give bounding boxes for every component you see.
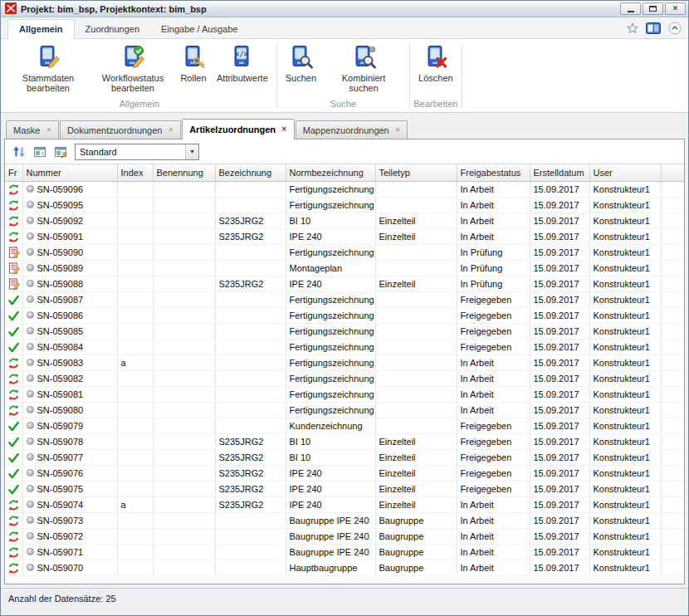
close-button[interactable]: ✕ [665, 2, 686, 15]
part-icon [27, 201, 34, 208]
table-row[interactable]: SN-059096FertigungszeichnungIn Arbeit15.… [5, 182, 684, 198]
norm-cell: Baugruppe IPE 240 [286, 513, 375, 529]
datum-cell: 15.09.2017 [530, 418, 589, 434]
doc-tab-artikelzuordnungen[interactable]: Artikelzuordnungen✕ [182, 119, 295, 139]
result-list-icon[interactable] [30, 143, 49, 161]
table-row[interactable]: SN-059080FertigungszeichnungIn Arbeit15.… [5, 403, 684, 418]
table-row[interactable]: SN-059083aFertigungszeichnungIn Arbeit15… [5, 355, 684, 371]
window-frame-bottom [1, 609, 688, 615]
table-row[interactable]: SN-059088S235JRG2IPE 240EinzelteilIn Prü… [5, 276, 684, 292]
status-cell [5, 308, 22, 324]
nummer-cell: SN-059073 [22, 513, 117, 529]
chevron-down-icon[interactable]: ▼ [185, 144, 198, 159]
ribbon-group-suche: SuchenKombiniert suchenSuche [279, 40, 408, 112]
column-header-benennung[interactable]: Benennung [153, 164, 215, 182]
table-row[interactable]: SN-059087FertigungszeichnungFreigegeben1… [5, 292, 684, 308]
filler-cell [661, 513, 684, 529]
user-cell: Konstrukteur1 [589, 308, 661, 324]
filler-cell [661, 450, 684, 466]
ribbon-tab-eingabe-ausgabe[interactable]: Eingabe / Ausgabe [150, 20, 248, 38]
table-row[interactable]: SN-059074aS235JRG2IPE 240EinzelteilIn Ar… [5, 497, 684, 513]
column-header-user[interactable]: User [589, 164, 661, 182]
status-cell [5, 340, 22, 355]
column-header-nummer[interactable]: Nummer [22, 164, 117, 182]
minimize-button[interactable] [620, 2, 641, 15]
search-icon [287, 44, 314, 71]
user-cell: Konstrukteur1 [589, 371, 661, 387]
in-arbeit-icon [7, 404, 20, 417]
ribbon-group-allgemein: Stammdaten bearbeitenWorkflowstatus bear… [4, 40, 275, 112]
column-header-norm[interactable]: Normbezeichnung [286, 164, 375, 182]
table-row[interactable]: SN-059076S235JRG2IPE 240EinzelteilFreige… [5, 466, 684, 482]
kombiniert-suchen-button[interactable]: Kombiniert suchen [322, 42, 405, 95]
table-row[interactable]: SN-059085FertigungszeichnungFreigegeben1… [5, 324, 684, 340]
table-row[interactable]: SN-059072Baugruppe IPE 240BaugruppeIn Ar… [5, 529, 684, 545]
close-tab-icon[interactable]: ✕ [46, 127, 51, 134]
table-row[interactable]: SN-059082FertigungszeichnungIn Arbeit15.… [5, 371, 684, 387]
nummer-text: SN-059079 [37, 421, 84, 431]
bezeichnung-cell: S235JRG2 [215, 450, 286, 466]
teiletyp-cell [375, 355, 457, 371]
table-row[interactable]: SN-059071Baugruppe IPE 240BaugruppeIn Ar… [5, 545, 684, 560]
column-header-bezeichnung[interactable]: Bezeichnung [215, 164, 286, 182]
collapse-ribbon-icon[interactable] [668, 22, 682, 35]
doc-tab-mappenzuordnungen[interactable]: Mappenzuordnungen✕ [296, 120, 408, 139]
table-row[interactable]: SN-059070HauptbaugruppeBaugruppeIn Arbei… [5, 560, 684, 576]
workflowstatus-bearbeiten-button[interactable]: Workflowstatus bearbeiten [91, 42, 174, 95]
suchen-button[interactable]: Suchen [281, 42, 320, 85]
ribbon-tab-allgemein[interactable]: Allgemein [7, 19, 75, 39]
table-row[interactable]: SN-059095FertigungszeichnungIn Arbeit15.… [5, 198, 684, 213]
freigabe-cell: In Arbeit [457, 213, 530, 229]
in-pruefung-icon [7, 247, 20, 259]
attribute-values-icon: </> [229, 44, 256, 71]
in-arbeit-icon [7, 215, 20, 227]
nummer-text: SN-059078 [37, 437, 84, 447]
close-tab-icon[interactable]: ✕ [168, 127, 173, 134]
table-row[interactable]: SN-059075S235JRG2IPE 240EinzelteilFreige… [5, 482, 684, 497]
button-label: Löschen [418, 73, 453, 83]
nummer-cell: SN-059091 [22, 229, 117, 245]
close-tab-icon[interactable]: ✕ [281, 126, 287, 133]
doc-tab-dokumentzuordnungen[interactable]: Dokumentzuordnungen✕ [60, 120, 181, 139]
user-cell: Konstrukteur1 [589, 182, 661, 198]
in-arbeit-icon [7, 183, 20, 196]
rollen-button[interactable]: Rollen [176, 42, 211, 85]
nummer-cell: SN-059085 [22, 324, 117, 340]
table-row[interactable]: SN-059089MontageplanIn Prüfung15.09.2017… [5, 261, 684, 276]
in-arbeit-icon [7, 357, 20, 369]
table-row[interactable]: SN-059073Baugruppe IPE 240BaugruppeIn Ar… [5, 513, 684, 529]
table-row[interactable]: SN-059077S235JRG2BI 10EinzelteilFreigege… [5, 450, 684, 466]
configure-result-list-icon[interactable] [51, 143, 70, 161]
favorite-star-icon[interactable] [627, 22, 638, 34]
table-row[interactable]: SN-059079KundenzeichnungFreigegeben15.09… [5, 418, 684, 434]
result-list-view-dropdown[interactable]: Standard ▼ [75, 144, 199, 160]
benennung-cell [153, 292, 215, 308]
loeschen-button[interactable]: Löschen [414, 42, 457, 85]
table-row[interactable]: SN-059084FertigungszeichnungFreigegeben1… [5, 340, 684, 355]
refresh-icon[interactable] [9, 143, 28, 161]
column-header-datum[interactable]: Erstelldatum [530, 164, 589, 182]
app-badge-icon[interactable] [646, 22, 661, 34]
stammdaten-bearbeiten-button[interactable]: Stammdaten bearbeiten [7, 42, 90, 95]
close-tab-icon[interactable]: ✕ [395, 127, 401, 134]
table-row[interactable]: SN-059091S235JRG2IPE 240EinzelteilIn Arb… [5, 229, 684, 245]
column-header-freigabe[interactable]: Freigabestatus [457, 164, 530, 182]
column-header-status[interactable]: Fr [5, 164, 22, 182]
table-row[interactable]: SN-059090FertigungszeichnungIn Prüfung15… [5, 245, 684, 261]
index-cell [117, 292, 153, 308]
attributwerte-button[interactable]: </>Attributwerte [213, 42, 272, 85]
benennung-cell [153, 308, 215, 324]
table-row[interactable]: SN-059078S235JRG2BI 10EinzelteilFreigege… [5, 434, 684, 450]
column-header-index[interactable]: Index [117, 164, 153, 182]
maximize-button[interactable] [643, 2, 663, 15]
table-row[interactable]: SN-059081FertigungszeichnungIn Arbeit15.… [5, 387, 684, 403]
doc-tab-maske[interactable]: Maske✕ [6, 120, 59, 139]
column-header-teiletyp[interactable]: Teiletyp [375, 164, 457, 182]
table-row[interactable]: SN-059086FertigungszeichnungFreigegeben1… [5, 308, 684, 324]
table-row[interactable]: SN-059092S235JRG2BI 10EinzelteilIn Arbei… [5, 213, 684, 229]
benennung-cell [153, 355, 215, 371]
ribbon-tab-zuordnungen[interactable]: Zuordnungen [75, 20, 150, 38]
roles-icon [180, 44, 207, 71]
index-cell [117, 276, 153, 292]
index-cell [117, 466, 153, 482]
